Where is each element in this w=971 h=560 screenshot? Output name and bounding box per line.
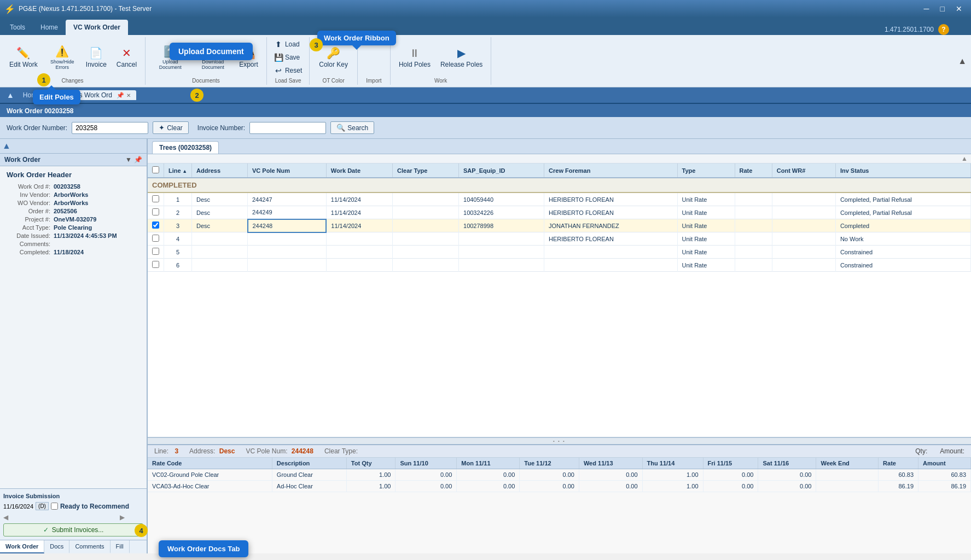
row-checkbox-2[interactable] (152, 221, 159, 229)
cancel-button[interactable]: ✕ Cancel (113, 44, 141, 71)
detail-col-rate-code[interactable]: Rate Code (148, 458, 272, 469)
col-header-sap-equip-id[interactable]: SAP_Equip_ID (459, 164, 544, 178)
clear-button[interactable]: ✦ Clear (153, 121, 189, 134)
detail-vc-pole: VC Pole Num: 244248 (246, 447, 313, 455)
nav-pin-icon[interactable]: 📌 (117, 92, 124, 99)
show-hide-errors-button[interactable]: ⚠️ Show/Hide Errors (45, 42, 80, 73)
hold-poles-button[interactable]: ⏸ Hold Poles (395, 44, 434, 71)
detail-col-fri[interactable]: Fri 11/15 (703, 458, 758, 469)
detail-col-description[interactable]: Description (272, 458, 346, 469)
detail-col-tot-qty[interactable]: Tot Qty (346, 458, 396, 469)
detail-col-week-end[interactable]: Week End (816, 458, 879, 469)
row-check-cell[interactable] (148, 219, 164, 232)
reset-button[interactable]: ↩ Reset (271, 65, 305, 77)
detail-col-tue[interactable]: Tue 11/12 (520, 458, 579, 469)
col-header-clear-type[interactable]: Clear Type (393, 164, 459, 178)
row-work-date (326, 232, 392, 246)
col-header-line[interactable]: Line (164, 164, 192, 178)
detail-col-sat[interactable]: Sat 11/16 (758, 458, 816, 469)
nav-tab-close[interactable]: ✕ (126, 92, 131, 98)
row-check-cell[interactable] (148, 246, 164, 259)
left-panel-collapse[interactable]: ▲ (0, 139, 147, 154)
version-text: 1.471.2501.1700 (885, 26, 934, 33)
cancel-icon: ✕ (122, 46, 131, 60)
detail-col-mon[interactable]: Mon 11/11 (457, 458, 520, 469)
load-button[interactable]: ⬆ Load (271, 38, 305, 50)
lp-tab-comments[interactable]: Comments (69, 540, 110, 553)
col-header-cont-wr[interactable]: Cont WR# (772, 164, 835, 178)
table-row: 3 Desc 244248 11/14/2024 100278998 JONAT… (148, 219, 971, 232)
col-header-check[interactable] (148, 164, 164, 178)
panel-pin-icon[interactable]: 📌 (134, 156, 142, 164)
col-header-address[interactable]: Address (192, 164, 248, 178)
ribbon-collapse-button[interactable]: ▲ (958, 56, 967, 66)
row-checkbox-1[interactable] (152, 208, 159, 215)
release-poles-button[interactable]: ▶ Release Poles (437, 44, 486, 71)
scroll-right[interactable]: ▶ (120, 514, 125, 521)
invoice-number-input[interactable] (249, 122, 326, 134)
detail-col-rate[interactable]: Rate (879, 458, 918, 469)
field-wo-vendor: WO Vendor: ArborWorks (7, 200, 140, 206)
horizontal-scrollbar[interactable]: • • • (148, 438, 971, 444)
row-work-date (326, 259, 392, 272)
lp-tab-work-order[interactable]: Work Order (0, 540, 44, 553)
lp-tab-fill[interactable]: Fill (111, 540, 130, 553)
close-button[interactable]: ✕ (951, 3, 967, 14)
row-address (192, 246, 248, 259)
main-layout: ▲ Work Order ▼ 📌 Work Order Header Work … (0, 139, 971, 553)
row-cont-wr (772, 192, 835, 206)
save-button[interactable]: 💾 Save (271, 51, 305, 63)
ready-to-recommend-checkbox[interactable] (51, 503, 58, 510)
detail-tue: 0.00 (520, 481, 579, 492)
detail-col-wed[interactable]: Wed 11/13 (579, 458, 642, 469)
row-line: 2 (164, 206, 192, 219)
row-check-cell[interactable] (148, 206, 164, 219)
col-header-rate[interactable]: Rate (735, 164, 772, 178)
submit-invoices-button[interactable]: ✓ Submit Invoices... (3, 523, 143, 536)
row-sap-equip-id (459, 246, 544, 259)
panel-dropdown-icon[interactable]: ▼ (125, 156, 132, 164)
edit-work-button[interactable]: ✏️ Edit Work (4, 44, 43, 71)
row-checkbox-3[interactable] (152, 235, 159, 242)
row-check-cell[interactable] (148, 192, 164, 206)
wo-number-input[interactable] (72, 122, 148, 134)
row-rate (735, 232, 772, 246)
scroll-left[interactable]: ◀ (3, 514, 8, 521)
tab-home[interactable]: Home (33, 20, 66, 35)
row-checkbox-0[interactable] (152, 195, 159, 202)
col-header-work-date[interactable]: Work Date (326, 164, 392, 178)
detail-col-amount[interactable]: Amount (918, 458, 971, 469)
lp-tab-docs[interactable]: Docs (44, 540, 69, 553)
invoice-button[interactable]: 📄 Invoice (82, 44, 111, 71)
row-check-cell[interactable] (148, 259, 164, 272)
minimize-button[interactable]: ─ (920, 3, 934, 14)
detail-col-sun[interactable]: Sun 11/10 (396, 458, 457, 469)
callout-number-1: 1 (37, 73, 50, 86)
col-header-inv-status[interactable]: Inv Status (835, 164, 970, 178)
panel-header: Work Order ▼ 📌 (0, 154, 147, 166)
rp-tab-trees[interactable]: Trees (00203258) (152, 141, 219, 154)
col-header-vc-pole-num[interactable]: VC Pole Num (248, 164, 327, 178)
tab-tools[interactable]: Tools (2, 20, 33, 35)
scroll-up-icon[interactable]: ▲ (961, 155, 968, 162)
row-checkbox-5[interactable] (152, 261, 159, 268)
maximize-button[interactable]: □ (936, 3, 949, 14)
detail-col-thu[interactable]: Thu 11/14 (642, 458, 703, 469)
search-button[interactable]: 🔍 Search (330, 121, 374, 134)
col-header-crew-foreman[interactable]: Crew Foreman (544, 164, 677, 178)
title-bar-left: ⚡ PG&E (Nexus 1.471.2501.1700) - Test Se… (4, 4, 152, 14)
work-group-label: Work (434, 78, 447, 84)
app-title: PG&E (Nexus 1.471.2501.1700) - Test Serv… (19, 5, 152, 13)
row-check-cell[interactable] (148, 232, 164, 246)
row-checkbox-4[interactable] (152, 248, 159, 255)
field-completed: Completed: 11/18/2024 (7, 249, 140, 255)
row-line: 1 (164, 192, 192, 206)
col-header-type[interactable]: Type (677, 164, 735, 178)
select-all-checkbox[interactable] (152, 166, 159, 173)
nav-collapse-button[interactable]: ▲ (4, 90, 16, 101)
row-inv-status: No Work (835, 232, 970, 246)
color-group-label: OT Color (322, 78, 344, 84)
tab-vc-work-order[interactable]: VC Work Order (66, 20, 128, 35)
help-button[interactable]: ? (938, 24, 949, 35)
ready-to-recommend-label[interactable]: Ready to Recommend (51, 503, 129, 510)
